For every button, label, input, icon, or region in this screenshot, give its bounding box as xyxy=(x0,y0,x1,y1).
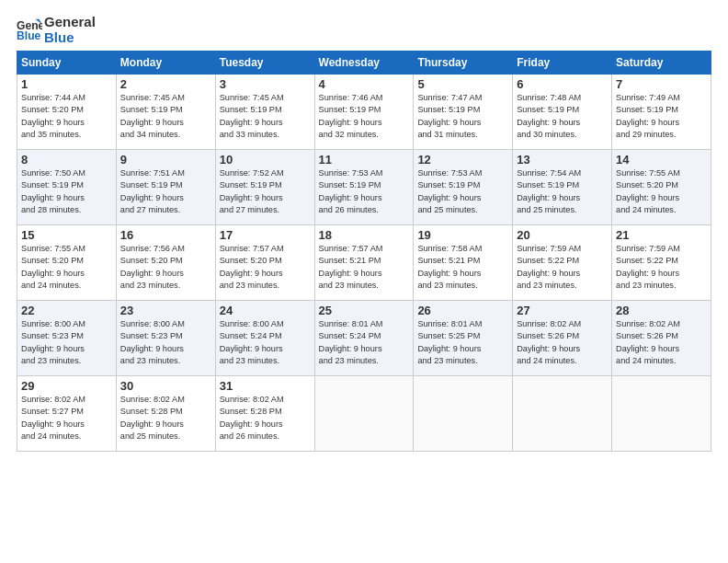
day-number: 5 xyxy=(417,77,508,91)
day-number: 24 xyxy=(220,304,311,317)
day-number: 3 xyxy=(220,77,311,91)
day-number: 10 xyxy=(220,153,311,167)
week-row-5: 29Sunrise: 8:02 AMSunset: 5:27 PMDayligh… xyxy=(17,376,711,452)
day-info: Sunrise: 8:02 AMSunset: 5:28 PMDaylight:… xyxy=(220,394,311,442)
calendar-cell: 7Sunrise: 7:49 AMSunset: 5:19 PMDaylight… xyxy=(612,75,711,150)
svg-text:Blue: Blue xyxy=(17,29,41,42)
day-number: 26 xyxy=(417,304,508,317)
day-number: 11 xyxy=(319,153,410,167)
day-number: 21 xyxy=(616,228,707,242)
day-info: Sunrise: 7:50 AMSunset: 5:19 PMDaylight:… xyxy=(21,167,112,216)
calendar-cell: 8Sunrise: 7:50 AMSunset: 5:19 PMDaylight… xyxy=(17,150,117,225)
day-info: Sunrise: 7:52 AMSunset: 5:19 PMDaylight:… xyxy=(220,167,311,216)
calendar-cell: 12Sunrise: 7:53 AMSunset: 5:19 PMDayligh… xyxy=(414,150,513,225)
day-number: 15 xyxy=(21,228,112,242)
day-info: Sunrise: 7:59 AMSunset: 5:22 PMDaylight:… xyxy=(517,243,608,292)
calendar-cell: 27Sunrise: 8:02 AMSunset: 5:26 PMDayligh… xyxy=(513,301,612,376)
logo-general: General xyxy=(44,15,96,30)
day-number: 19 xyxy=(417,228,508,242)
calendar-cell: 28Sunrise: 8:02 AMSunset: 5:26 PMDayligh… xyxy=(612,301,711,376)
calendar-cell: 18Sunrise: 7:57 AMSunset: 5:21 PMDayligh… xyxy=(314,225,414,301)
day-info: Sunrise: 8:02 AMSunset: 5:26 PMDaylight:… xyxy=(517,318,608,367)
calendar-cell: 11Sunrise: 7:53 AMSunset: 5:19 PMDayligh… xyxy=(314,150,414,225)
calendar-cell: 29Sunrise: 8:02 AMSunset: 5:27 PMDayligh… xyxy=(17,376,117,452)
calendar-cell: 23Sunrise: 8:00 AMSunset: 5:23 PMDayligh… xyxy=(116,301,215,376)
calendar-cell: 19Sunrise: 7:58 AMSunset: 5:21 PMDayligh… xyxy=(414,225,513,301)
weekday-header-monday: Monday xyxy=(116,52,215,75)
day-info: Sunrise: 8:00 AMSunset: 5:24 PMDaylight:… xyxy=(220,318,311,367)
calendar-cell xyxy=(414,376,513,452)
logo-icon: General Blue xyxy=(17,17,42,43)
weekday-header-sunday: Sunday xyxy=(17,52,117,75)
day-info: Sunrise: 7:51 AMSunset: 5:19 PMDaylight:… xyxy=(120,167,211,216)
day-number: 2 xyxy=(120,77,211,91)
calendar-cell xyxy=(314,376,414,452)
day-info: Sunrise: 7:49 AMSunset: 5:19 PMDaylight:… xyxy=(616,92,707,141)
calendar-cell: 10Sunrise: 7:52 AMSunset: 5:19 PMDayligh… xyxy=(215,150,314,225)
logo: General Blue General Blue xyxy=(17,15,96,45)
calendar-cell: 6Sunrise: 7:48 AMSunset: 5:19 PMDaylight… xyxy=(513,75,612,150)
logo-blue: Blue xyxy=(44,30,96,46)
day-number: 8 xyxy=(21,153,112,167)
day-number: 16 xyxy=(120,228,211,242)
day-info: Sunrise: 8:02 AMSunset: 5:27 PMDaylight:… xyxy=(21,394,112,442)
calendar-cell: 26Sunrise: 8:01 AMSunset: 5:25 PMDayligh… xyxy=(414,301,513,376)
day-info: Sunrise: 7:54 AMSunset: 5:19 PMDaylight:… xyxy=(517,167,608,216)
day-number: 6 xyxy=(517,77,608,91)
day-number: 22 xyxy=(21,304,112,317)
calendar-cell: 22Sunrise: 8:00 AMSunset: 5:23 PMDayligh… xyxy=(17,301,117,376)
day-info: Sunrise: 7:57 AMSunset: 5:20 PMDaylight:… xyxy=(220,243,311,292)
calendar-cell xyxy=(513,376,612,452)
calendar-cell: 31Sunrise: 8:02 AMSunset: 5:28 PMDayligh… xyxy=(215,376,314,452)
day-info: Sunrise: 7:56 AMSunset: 5:20 PMDaylight:… xyxy=(120,243,211,292)
calendar-cell xyxy=(612,376,711,452)
day-info: Sunrise: 7:59 AMSunset: 5:22 PMDaylight:… xyxy=(616,243,707,292)
calendar-cell: 2Sunrise: 7:45 AMSunset: 5:19 PMDaylight… xyxy=(116,75,215,150)
week-row-1: 1Sunrise: 7:44 AMSunset: 5:20 PMDaylight… xyxy=(17,75,711,150)
day-info: Sunrise: 7:55 AMSunset: 5:20 PMDaylight:… xyxy=(616,167,707,216)
calendar-cell: 25Sunrise: 8:01 AMSunset: 5:24 PMDayligh… xyxy=(314,301,414,376)
day-info: Sunrise: 8:00 AMSunset: 5:23 PMDaylight:… xyxy=(21,318,112,367)
day-number: 9 xyxy=(120,153,211,167)
calendar-cell: 13Sunrise: 7:54 AMSunset: 5:19 PMDayligh… xyxy=(513,150,612,225)
day-number: 4 xyxy=(319,77,410,91)
week-row-4: 22Sunrise: 8:00 AMSunset: 5:23 PMDayligh… xyxy=(17,301,711,376)
day-number: 29 xyxy=(21,379,112,393)
day-info: Sunrise: 7:45 AMSunset: 5:19 PMDaylight:… xyxy=(220,92,311,141)
day-info: Sunrise: 8:01 AMSunset: 5:24 PMDaylight:… xyxy=(319,318,410,367)
calendar-cell: 17Sunrise: 7:57 AMSunset: 5:20 PMDayligh… xyxy=(215,225,314,301)
day-number: 12 xyxy=(417,153,508,167)
day-number: 25 xyxy=(319,304,410,317)
day-number: 27 xyxy=(517,304,608,317)
day-number: 18 xyxy=(319,228,410,242)
page-header: General Blue General Blue xyxy=(17,15,711,45)
calendar-cell: 21Sunrise: 7:59 AMSunset: 5:22 PMDayligh… xyxy=(612,225,711,301)
calendar-page: General Blue General Blue SundayMondayTu… xyxy=(0,0,728,563)
calendar-cell: 5Sunrise: 7:47 AMSunset: 5:19 PMDaylight… xyxy=(414,75,513,150)
calendar-cell: 14Sunrise: 7:55 AMSunset: 5:20 PMDayligh… xyxy=(612,150,711,225)
calendar-cell: 3Sunrise: 7:45 AMSunset: 5:19 PMDaylight… xyxy=(215,75,314,150)
day-info: Sunrise: 7:48 AMSunset: 5:19 PMDaylight:… xyxy=(517,92,608,141)
calendar-cell: 1Sunrise: 7:44 AMSunset: 5:20 PMDaylight… xyxy=(17,75,117,150)
day-number: 7 xyxy=(616,77,707,91)
day-info: Sunrise: 7:53 AMSunset: 5:19 PMDaylight:… xyxy=(417,167,508,216)
day-number: 23 xyxy=(120,304,211,317)
day-number: 30 xyxy=(120,379,211,393)
day-info: Sunrise: 7:53 AMSunset: 5:19 PMDaylight:… xyxy=(319,167,410,216)
calendar-cell: 4Sunrise: 7:46 AMSunset: 5:19 PMDaylight… xyxy=(314,75,414,150)
weekday-header-row: SundayMondayTuesdayWednesdayThursdayFrid… xyxy=(17,52,711,75)
day-number: 20 xyxy=(517,228,608,242)
day-info: Sunrise: 8:02 AMSunset: 5:28 PMDaylight:… xyxy=(120,394,211,442)
day-info: Sunrise: 8:01 AMSunset: 5:25 PMDaylight:… xyxy=(417,318,508,367)
weekday-header-wednesday: Wednesday xyxy=(314,52,414,75)
day-info: Sunrise: 7:44 AMSunset: 5:20 PMDaylight:… xyxy=(21,92,112,141)
calendar-table: SundayMondayTuesdayWednesdayThursdayFrid… xyxy=(17,51,711,452)
day-number: 17 xyxy=(220,228,311,242)
day-info: Sunrise: 7:55 AMSunset: 5:20 PMDaylight:… xyxy=(21,243,112,292)
calendar-cell: 9Sunrise: 7:51 AMSunset: 5:19 PMDaylight… xyxy=(116,150,215,225)
day-number: 31 xyxy=(220,379,311,393)
week-row-3: 15Sunrise: 7:55 AMSunset: 5:20 PMDayligh… xyxy=(17,225,711,301)
calendar-cell: 24Sunrise: 8:00 AMSunset: 5:24 PMDayligh… xyxy=(215,301,314,376)
day-number: 28 xyxy=(616,304,707,317)
day-info: Sunrise: 7:47 AMSunset: 5:19 PMDaylight:… xyxy=(417,92,508,141)
